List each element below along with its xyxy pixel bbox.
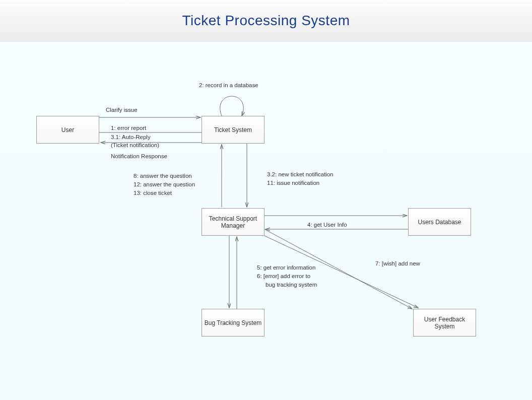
label-close-13: 13: close ticket [134, 189, 172, 197]
node-label: Bug Tracking System [205, 319, 261, 326]
node-user-feedback: User Feedback System [413, 309, 476, 337]
label-notification-response: Notification Response [111, 152, 167, 160]
node-label: Users Database [418, 219, 461, 226]
label-record-database: 2: record in a database [199, 81, 258, 89]
page-title: Ticket Processing System [182, 13, 350, 29]
label-new-ticket: 3.2: new ticket notification [267, 170, 334, 178]
label-get-error-5: 5: get error information [257, 263, 315, 272]
node-label: Technical Support Manager [204, 215, 262, 229]
label-add-error-6a: 6: [error] add error to [257, 272, 310, 280]
node-users-database: Users Database [408, 208, 471, 236]
label-error-report: 1: error report [111, 124, 146, 132]
node-label: User Feedback System [416, 316, 474, 330]
label-answer-8: 8: answer the question [134, 172, 192, 180]
label-answer-12: 12: answer the question [134, 180, 195, 188]
label-auto-reply-1: 3.1: Auto-Reply [111, 133, 151, 141]
node-ticket-system: Ticket System [202, 116, 264, 144]
label-get-user-info: 4: get User Info [307, 221, 347, 229]
node-label: Ticket System [214, 126, 252, 134]
node-bug-tracking: Bug Tracking System [202, 309, 264, 337]
label-clarify-issue: Clarify issue [106, 106, 138, 114]
label-wish-7: 7: [wish] add new [375, 259, 420, 268]
label-auto-reply-2: (Ticket notification) [111, 141, 159, 149]
label-issue-notification: 11: issue notification [267, 179, 319, 187]
node-user: User [36, 116, 99, 144]
label-add-error-6b: bug tracking system [265, 281, 317, 289]
diagram-canvas: User Ticket System Technical Support Man… [0, 42, 532, 400]
page-header: Ticket Processing System [0, 0, 532, 42]
node-label: User [61, 126, 74, 134]
node-tech-support: Technical Support Manager [202, 208, 264, 236]
